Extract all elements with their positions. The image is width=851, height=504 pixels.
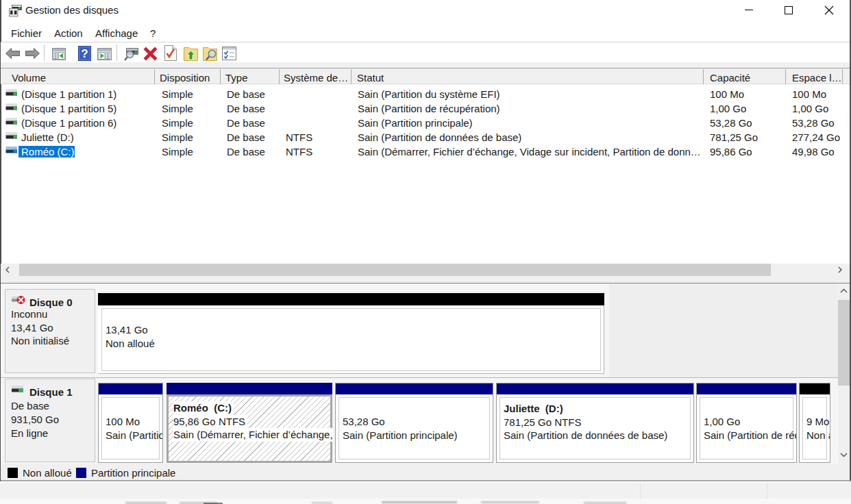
svg-text:?: ? xyxy=(81,47,88,60)
